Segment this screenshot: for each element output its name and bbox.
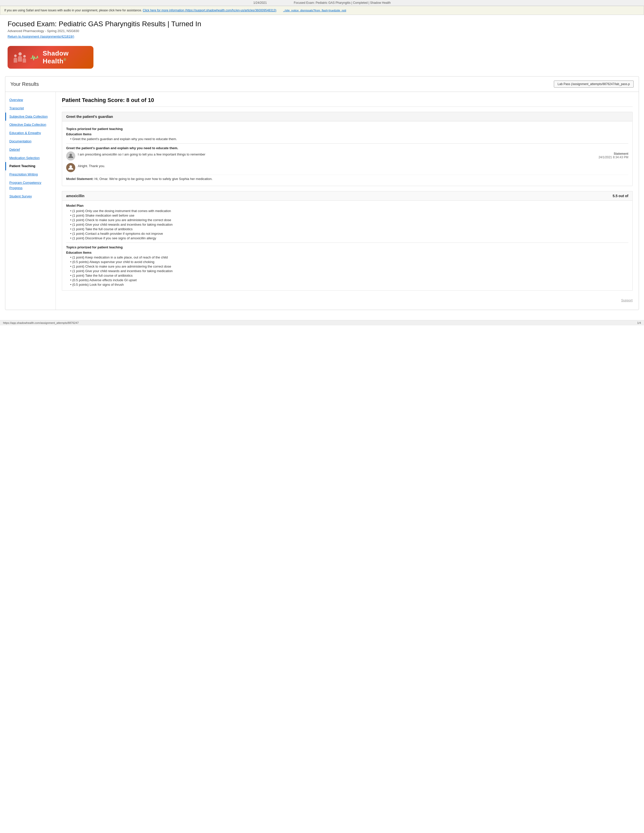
edu-item-7: • (0.5 points) Look for signs of thrush bbox=[70, 283, 628, 286]
lab-pass-button[interactable]: Lab Pass (/assignment_attempts/8876247/l… bbox=[554, 80, 634, 88]
results-container: Your Results Lab Pass (/assignment_attem… bbox=[5, 76, 639, 310]
education-label-greet: Education Items bbox=[66, 132, 628, 136]
plan-item-4: • (1 point) Give your child rewards and … bbox=[70, 223, 628, 227]
edu-item-5: • (1 point) Take the full course of anti… bbox=[70, 273, 628, 277]
results-header: Your Results Lab Pass (/assignment_attem… bbox=[5, 77, 639, 92]
education-label-amox: Education Items bbox=[66, 251, 628, 254]
plan-item-1: • (1 point) Only use the dosing instrume… bbox=[70, 209, 628, 213]
sidebar-item-patient-teaching[interactable]: Patient Teaching bbox=[5, 162, 56, 170]
amox-header: amoxicillin 5.5 out of bbox=[62, 191, 633, 201]
score-title: Patient Teaching Score: 8 out of 10 bbox=[62, 97, 633, 107]
sidebar-item-survey[interactable]: Student Survey bbox=[5, 192, 56, 201]
sidebar-item-subjective[interactable]: Subjective Data Collection bbox=[5, 113, 56, 121]
edu-item-4: • (1 point) Give your child rewards and … bbox=[70, 269, 628, 273]
sidebar-item-overview[interactable]: Overview bbox=[5, 96, 56, 104]
sidebar-item-education-empathy[interactable]: Education & Empathy bbox=[5, 129, 56, 137]
edu-item-3: • (1 point) Check to make sure you are a… bbox=[70, 265, 628, 269]
student-avatar bbox=[66, 151, 75, 161]
amox-body: Model Plan • (1 point) Only use the dosi… bbox=[62, 201, 633, 290]
sidebar-item-debrief[interactable]: Debrief bbox=[5, 146, 56, 154]
logo-text: Shadow Health® bbox=[43, 50, 87, 65]
amox-section: amoxicillin 5.5 out of Model Plan • (1 p… bbox=[62, 191, 633, 291]
page-header: Focused Exam: Pediatric GAS Pharyngitis … bbox=[0, 15, 644, 41]
page-subtitle: Advanced Pharmacology - Spring 2021, NSG… bbox=[8, 29, 636, 33]
ecg-icon bbox=[31, 53, 38, 61]
student-message-meta: Statement 24/1/2021 8:34:43 PM bbox=[588, 151, 628, 159]
logo-registered: ® bbox=[63, 58, 66, 61]
patient-response-text: Alright. Thank you. bbox=[78, 163, 628, 168]
return-link[interactable]: Return to Assignment (/assignments/42181… bbox=[8, 35, 74, 39]
results-section-title: Your Results bbox=[10, 81, 39, 87]
svg-point-1 bbox=[69, 165, 72, 168]
plan-item-6: • (1 point) Contact a health provider if… bbox=[70, 232, 628, 235]
greet-section: Greet the patient's guardian Topics prio… bbox=[62, 112, 633, 186]
model-plan-label: Model Plan bbox=[66, 204, 628, 207]
notice-link[interactable]: Click here for more information (https:/… bbox=[143, 9, 276, 12]
statement-time: 24/1/2021 8:34:43 PM bbox=[588, 156, 628, 159]
education-item-greet-1: • Greet the patient's guardian and expla… bbox=[70, 137, 628, 141]
sidebar-item-documentation[interactable]: Documentation bbox=[5, 137, 56, 146]
browser-tab-bar: 1/24/2021 Focused Exam: Pediatric GAS Ph… bbox=[0, 0, 644, 6]
url-text: https://app.shadowhealth.com/assignment_… bbox=[3, 321, 79, 324]
page-title: Focused Exam: Pediatric GAS Pharyngitis … bbox=[8, 20, 636, 28]
support-link[interactable]: Support bbox=[621, 298, 633, 302]
model-statement: Model Statement: Hi, Omar. We're going t… bbox=[66, 175, 628, 183]
page-num: 1/4 bbox=[637, 321, 641, 324]
statement-label: Statement bbox=[588, 152, 628, 156]
edu-item-1: • (1 point) Keep medication in a safe pl… bbox=[70, 256, 628, 259]
browser-tab-title: Focused Exam: Pediatric GAS Pharyngitis … bbox=[294, 1, 391, 5]
plan-item-3: • (1 point) Check to make sure you are a… bbox=[70, 218, 628, 222]
student-message-text: I am prescribing amoxicillin so I am goi… bbox=[78, 151, 588, 156]
model-statement-text: Hi, Omar. We're going to be going over h… bbox=[95, 177, 213, 181]
notice-bar: If you are using Safari and have issues … bbox=[0, 6, 644, 15]
sidebar-item-objective[interactable]: Objective Data Collection bbox=[5, 121, 56, 129]
results-body: Overview Transcript Subjective Data Coll… bbox=[5, 92, 639, 310]
sidebar-item-prescription[interactable]: Prescription Writing bbox=[5, 170, 56, 179]
main-content: Patient Teaching Score: 8 out of 10 Gree… bbox=[56, 92, 639, 310]
logo-figures bbox=[14, 52, 26, 63]
model-statement-label: Model Statement: bbox=[66, 177, 93, 181]
patient-response-row: Alright. Thank you. bbox=[66, 163, 628, 172]
url-bar: https://app.shadowhealth.com/assignment_… bbox=[0, 320, 644, 325]
sidebar-item-transcript[interactable]: Transcript bbox=[5, 104, 56, 113]
plan-item-2: • (1 point) Shake medication well before… bbox=[70, 214, 628, 217]
student-convo-left: I am prescribing amoxicillin so I am goi… bbox=[66, 151, 588, 161]
sidebar-item-program[interactable]: Program Competency Progress bbox=[5, 179, 56, 192]
amox-title: amoxicillin bbox=[66, 194, 84, 198]
svg-point-0 bbox=[69, 154, 72, 156]
greet-section-body: Topics priorized for patient teaching Ed… bbox=[62, 121, 633, 186]
edu-item-2: • (0.5 points) Always supervise your chi… bbox=[70, 260, 628, 264]
logo-area: Shadow Health® bbox=[0, 41, 644, 74]
student-message-row: I am prescribing amoxicillin so I am goi… bbox=[66, 151, 628, 161]
notice-text: If you are using Safari and have issues … bbox=[4, 9, 142, 12]
plan-item-5: • (1 point) Take the full course of anti… bbox=[70, 227, 628, 231]
greet-section-header: Greet the patient's guardian bbox=[62, 112, 633, 121]
amox-score: 5.5 out of bbox=[613, 194, 628, 198]
sidebar-item-medication[interactable]: Medication Selection bbox=[5, 154, 56, 162]
browser-date: 1/24/2021 bbox=[253, 1, 267, 5]
topics-label-amox: Topics priorized for patient teaching bbox=[66, 245, 628, 249]
patient-avatar bbox=[66, 163, 75, 172]
edu-item-6: • (0.5 points) Adverse effects include G… bbox=[70, 278, 628, 282]
conversation-prompt: Greet the patient's guardian and explain… bbox=[66, 146, 628, 150]
topics-label-greet: Topics priorized for patient teaching bbox=[66, 127, 628, 131]
logo-box: Shadow Health® bbox=[8, 46, 93, 69]
patient-convo-left: Alright. Thank you. bbox=[66, 163, 628, 172]
notice-dismiss-link[interactable]: ../site_notice_dismissals?from_flash=tru… bbox=[283, 9, 346, 12]
plan-item-7: • (1 point) Discontinue if you see signs… bbox=[70, 236, 628, 240]
sidebar: Overview Transcript Subjective Data Coll… bbox=[5, 92, 56, 310]
